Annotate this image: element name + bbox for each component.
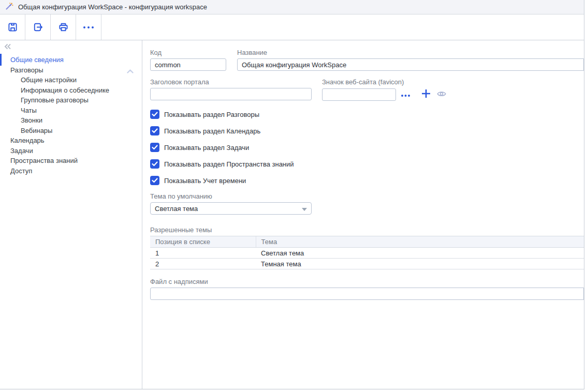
- favicon-label: Значок веб-сайта (favicon): [322, 78, 446, 86]
- checkbox-label: Показывать раздел Задачи: [164, 144, 249, 152]
- sidebar: Общие сведения Разговоры Общие настройки…: [0, 40, 142, 389]
- checkbox-label: Показывать раздел Пространства знаний: [164, 160, 294, 168]
- chevron-up-icon[interactable]: [127, 67, 134, 75]
- tree-item-chats[interactable]: Чаты: [0, 105, 142, 116]
- checkbox-checked-icon[interactable]: [150, 159, 159, 169]
- tree-item-label: Информация о собеседнике: [21, 86, 109, 94]
- toolbar: [0, 14, 584, 40]
- plus-icon: [420, 88, 432, 101]
- tree-item-label: Разговоры: [10, 66, 43, 74]
- magic-wand-icon: [5, 2, 13, 12]
- more-button[interactable]: [76, 14, 101, 40]
- checkbox-show-time-tracking[interactable]: Показывать Учет времени: [150, 176, 584, 185]
- tree-item-label: Календарь: [10, 137, 45, 144]
- favicon-input[interactable]: [322, 88, 396, 101]
- window-title: Общая конфигурация WorkSpace - конфигура…: [18, 3, 207, 11]
- section-checkboxes: Показывать раздел Разговоры Показывать р…: [150, 110, 584, 185]
- tree-item-interlocutor-info[interactable]: Информация о собеседнике: [0, 85, 142, 96]
- tree-item-label: Доступ: [10, 167, 32, 175]
- code-label: Код: [150, 49, 226, 56]
- tree-item-label: Общие настройки: [21, 76, 77, 84]
- labels-file-label: Файл с надписями: [150, 278, 584, 285]
- table-header-row: Позиция в списке Тема: [150, 236, 584, 248]
- labels-file-input[interactable]: [150, 288, 584, 300]
- name-input[interactable]: [237, 58, 584, 71]
- checkbox-checked-icon[interactable]: [150, 176, 159, 185]
- print-icon: [58, 22, 69, 33]
- default-theme-select[interactable]: Светлая тема: [150, 202, 312, 215]
- checkbox-label: Показывать раздел Разговоры: [164, 111, 259, 118]
- favicon-browse-button[interactable]: [401, 90, 411, 99]
- cell-theme[interactable]: Темная тема: [256, 259, 584, 269]
- allowed-themes-table: Позиция в списке Тема 1 Светлая тема 2 Т…: [150, 236, 584, 269]
- tree-item-label: Вебинары: [21, 127, 52, 134]
- content-area: Общие сведения Разговоры Общие настройки…: [0, 40, 584, 389]
- table-row[interactable]: 2 Темная тема: [150, 259, 584, 269]
- tree-item-general-info[interactable]: Общие сведения: [0, 55, 142, 65]
- navigation-tree: Общие сведения Разговоры Общие настройки…: [0, 55, 142, 176]
- checkbox-show-conversations[interactable]: Показывать раздел Разговоры: [150, 110, 584, 119]
- tree-item-label: Общие сведения: [10, 56, 64, 64]
- default-theme-label: Тема по умолчанию: [150, 192, 584, 200]
- eye-icon: [437, 90, 446, 99]
- cell-theme[interactable]: Светлая тема: [256, 248, 584, 259]
- form-panel: Код Название Заголовок портала Значок ве…: [142, 40, 584, 389]
- column-header-position[interactable]: Позиция в списке: [150, 236, 256, 248]
- tree-item-label: Групповые разговоры: [21, 96, 89, 104]
- checkbox-show-knowledge-spaces[interactable]: Показывать раздел Пространства знаний: [150, 159, 584, 169]
- tree-item-access[interactable]: Доступ: [0, 166, 142, 176]
- checkbox-show-tasks[interactable]: Показывать раздел Задачи: [150, 143, 584, 152]
- portal-title-label: Заголовок портала: [150, 78, 312, 86]
- cell-position[interactable]: 2: [150, 259, 256, 269]
- checkbox-checked-icon[interactable]: [150, 110, 159, 119]
- save-and-close-button[interactable]: [25, 14, 51, 40]
- chevron-down-icon: [302, 205, 307, 213]
- tree-item-calls[interactable]: Звонки: [0, 115, 142, 126]
- tree-item-knowledge-spaces[interactable]: Пространства знаний: [0, 156, 142, 166]
- tree-item-webinars[interactable]: Вебинары: [0, 126, 142, 136]
- ellipsis-icon: [83, 26, 94, 29]
- tree-item-calendar[interactable]: Календарь: [0, 135, 142, 146]
- column-header-theme[interactable]: Тема: [256, 236, 584, 248]
- tree-item-label: Чаты: [21, 107, 37, 114]
- tree-item-conversations[interactable]: Разговоры: [0, 65, 142, 76]
- title-bar: Общая конфигурация WorkSpace - конфигура…: [0, 0, 584, 14]
- save-close-icon: [33, 22, 43, 33]
- favicon-add-button[interactable]: [420, 88, 432, 101]
- tree-item-label: Задачи: [10, 147, 33, 155]
- app-window: Общая конфигурация WorkSpace - конфигура…: [0, 0, 584, 389]
- code-input[interactable]: [150, 58, 226, 71]
- tree-item-general-settings[interactable]: Общие настройки: [0, 75, 142, 85]
- cell-position[interactable]: 1: [150, 248, 256, 259]
- default-theme-value: Светлая тема: [155, 205, 302, 213]
- chevron-double-left-icon: [4, 42, 11, 52]
- tree-item-label: Звонки: [21, 116, 42, 124]
- checkbox-checked-icon[interactable]: [150, 126, 159, 135]
- checkbox-checked-icon[interactable]: [150, 143, 159, 152]
- save-button[interactable]: [0, 14, 25, 40]
- dots-menu-icon: [401, 90, 411, 99]
- favicon-preview-button[interactable]: [437, 90, 446, 99]
- checkbox-label: Показывать Учет времени: [164, 177, 246, 185]
- checkbox-label: Показывать раздел Календарь: [164, 127, 260, 135]
- print-button[interactable]: [51, 14, 76, 40]
- table-row[interactable]: 1 Светлая тема: [150, 248, 584, 259]
- allowed-themes-label: Разрешенные темы: [150, 226, 584, 234]
- portal-title-input[interactable]: [150, 88, 312, 100]
- name-label: Название: [237, 49, 584, 56]
- sidebar-collapse-button[interactable]: [4, 43, 12, 51]
- checkbox-show-calendar[interactable]: Показывать раздел Календарь: [150, 126, 584, 135]
- tree-item-group-conversations[interactable]: Групповые разговоры: [0, 95, 142, 105]
- tree-item-label: Пространства знаний: [10, 157, 78, 164]
- save-icon: [7, 22, 18, 33]
- tree-item-tasks[interactable]: Задачи: [0, 146, 142, 156]
